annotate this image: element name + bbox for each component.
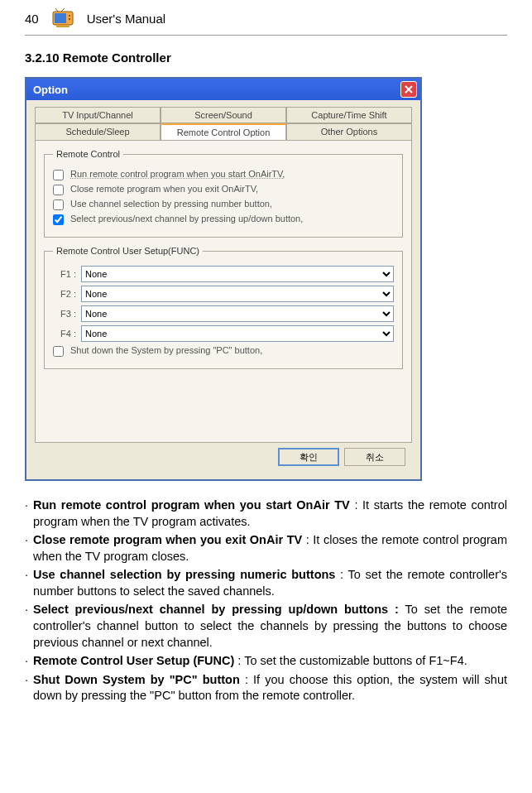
bullet-list: · Run remote control program when you st… — [25, 497, 507, 704]
bullet-dot: · — [25, 567, 28, 599]
func-f1-select[interactable]: None — [81, 266, 394, 282]
dialog-title: Option — [33, 84, 68, 96]
cancel-button[interactable]: 취소 — [344, 448, 405, 466]
tab-capture[interactable]: Capture/Time Shift — [286, 107, 412, 123]
tab-row-1: TV Input/Channel Screen/Sound Capture/Ti… — [35, 107, 412, 123]
bullet-dot: · — [25, 497, 28, 530]
svg-rect-1 — [55, 13, 66, 23]
bullet-dot: · — [25, 653, 28, 670]
svg-point-3 — [68, 18, 69, 20]
func-f3-select[interactable]: None — [81, 305, 394, 322]
svg-line-5 — [61, 8, 65, 12]
tab-schedule[interactable]: Schedule/Sleep — [35, 123, 161, 141]
dialog-body: TV Input/Channel Screen/Sound Capture/Ti… — [26, 100, 420, 479]
opt-number-check[interactable] — [53, 199, 64, 210]
svg-line-4 — [55, 8, 58, 12]
opt-shutdown-check[interactable] — [53, 346, 64, 357]
func-f3: F3 : None — [53, 305, 394, 322]
func-f2-label: F2 : — [53, 289, 76, 299]
tab-other[interactable]: Other Options — [286, 123, 412, 141]
bullet-item: · Run remote control program when you st… — [25, 497, 507, 530]
bullet-bold: Shut Down System by "PC" button — [33, 673, 240, 686]
ok-button[interactable]: 확인 — [278, 448, 339, 466]
option-dialog: Option TV Input/Channel Screen/Sound Cap… — [25, 77, 422, 481]
func-f4-label: F4 : — [53, 329, 76, 339]
bullet-item: · Remote Control User Setup (FUNC) : To … — [25, 653, 507, 670]
dialog-buttons: 확인 취소 — [35, 443, 412, 471]
func-f4: F4 : None — [53, 325, 394, 342]
tab-tv-input[interactable]: TV Input/Channel — [35, 107, 161, 123]
bullet-bold: Select previous/next channel by pressing… — [33, 603, 399, 616]
opt-shutdown-label: Shut down the System by pressing "PC" bu… — [70, 345, 262, 355]
func-f1: F1 : None — [53, 266, 394, 282]
section-title: 3.2.10 Remote Controller — [25, 50, 507, 65]
opt-updown-check[interactable] — [53, 214, 64, 225]
bullet-item: · Use channel selection by pressing nume… — [25, 567, 507, 599]
bullet-dot: · — [25, 602, 28, 651]
bullet-item: · Select previous/next channel by pressi… — [25, 602, 507, 651]
opt-shutdown: Shut down the System by pressing "PC" bu… — [53, 345, 394, 357]
tab-content: Remote Control Run remote control progra… — [35, 141, 412, 443]
bullet-item: · Close remote program when you exit OnA… — [25, 532, 507, 565]
tab-row-2: Schedule/Sleep Remote Control Option Oth… — [35, 123, 412, 141]
remote-control-legend: Remote Control — [53, 149, 123, 159]
bullet-item: · Shut Down System by "PC" button : If y… — [25, 672, 507, 704]
bullet-bold: Use channel selection by pressing numeri… — [33, 568, 335, 581]
func-legend: Remote Control User Setup(FUNC) — [53, 246, 203, 256]
bullet-dot: · — [25, 672, 28, 704]
opt-close-exit: Close remote program when you exit OnAir… — [53, 184, 394, 195]
func-f2: F2 : None — [53, 286, 394, 302]
page-header: 40 User's Manual — [25, 8, 507, 36]
tab-remote-control[interactable]: Remote Control Option — [161, 123, 286, 141]
svg-rect-6 — [56, 25, 69, 27]
bullet-bold: Remote Control User Setup (FUNC) — [33, 654, 234, 667]
tv-icon — [51, 8, 74, 28]
opt-run-start-check[interactable] — [53, 170, 64, 180]
tab-screen-sound[interactable]: Screen/Sound — [161, 107, 286, 123]
close-button[interactable] — [400, 81, 417, 98]
func-f2-select[interactable]: None — [81, 286, 394, 302]
func-f3-label: F3 : — [53, 309, 76, 319]
bullet-dot: · — [25, 532, 28, 565]
func-f1-label: F1 : — [53, 269, 76, 279]
opt-updown: Select previous/next channel by pressing… — [53, 214, 394, 225]
opt-close-exit-check[interactable] — [53, 185, 64, 195]
page-number: 40 — [25, 12, 39, 26]
func-f4-select[interactable]: None — [81, 325, 394, 342]
opt-run-start-label: Run remote control program when you star… — [70, 169, 285, 179]
bullet-bold: Close remote program when you exit OnAir… — [33, 533, 302, 546]
opt-updown-label: Select previous/next channel by pressing… — [70, 214, 303, 223]
bullet-text: : To set the customizable buttons of F1~… — [234, 654, 467, 667]
remote-control-group: Remote Control Run remote control progra… — [44, 149, 403, 238]
opt-number: Use channel selection by pressing number… — [53, 199, 394, 210]
opt-close-exit-label: Close remote program when you exit OnAir… — [70, 184, 258, 194]
manual-label: User's Manual — [87, 12, 165, 26]
opt-run-start: Run remote control program when you star… — [53, 169, 394, 180]
func-group: Remote Control User Setup(FUNC) F1 : Non… — [44, 246, 403, 369]
bullet-bold: Run remote control program when you star… — [33, 498, 350, 512]
svg-point-2 — [68, 15, 69, 17]
opt-number-label: Use channel selection by pressing number… — [70, 199, 272, 209]
dialog-titlebar: Option — [26, 79, 420, 100]
